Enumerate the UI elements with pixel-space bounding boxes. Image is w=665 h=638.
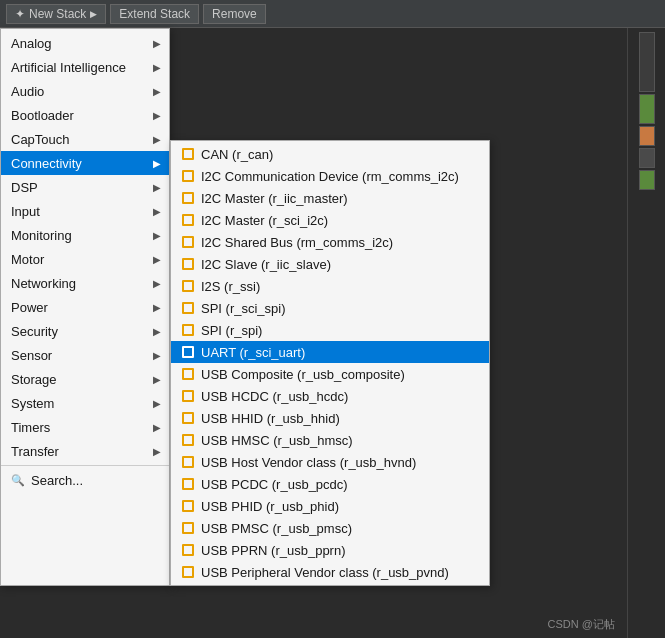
component-icon	[181, 279, 195, 293]
menu-item-networking[interactable]: Networking▶	[1, 271, 169, 295]
menu-item-label-storage: Storage	[11, 372, 57, 387]
submenu-item-label-i2c_shared: I2C Shared Bus (rm_comms_i2c)	[201, 235, 393, 250]
component-icon	[181, 169, 195, 183]
menu-item-label-captouch: CapTouch	[11, 132, 70, 147]
menu-item-label-system: System	[11, 396, 54, 411]
submenu-item-usb_pprn[interactable]: USB PPRN (r_usb_pprn)	[171, 539, 489, 561]
submenu-item-label-usb_pmsc: USB PMSC (r_usb_pmsc)	[201, 521, 352, 536]
menu-item-analog[interactable]: Analog▶	[1, 31, 169, 55]
submenu-item-usb_composite[interactable]: USB Composite (r_usb_composite)	[171, 363, 489, 385]
chevron-right-icon: ▶	[153, 398, 161, 409]
submenu-item-label-i2c_slave: I2C Slave (r_iic_slave)	[201, 257, 331, 272]
right-panel-tab-orange	[639, 126, 655, 146]
chevron-right-icon: ▶	[153, 278, 161, 289]
chevron-right-icon: ▶	[153, 326, 161, 337]
menu-item-label-timers: Timers	[11, 420, 50, 435]
menu-item-monitoring[interactable]: Monitoring▶	[1, 223, 169, 247]
menu-item-ai[interactable]: Artificial Intelligence▶	[1, 55, 169, 79]
menu-item-label-connectivity: Connectivity	[11, 156, 82, 171]
menu-item-label-audio: Audio	[11, 84, 44, 99]
component-icon	[181, 477, 195, 491]
submenu-item-usb_pcdc[interactable]: USB PCDC (r_usb_pcdc)	[171, 473, 489, 495]
submenu-item-label-spi: SPI (r_spi)	[201, 323, 262, 338]
component-icon	[181, 147, 195, 161]
component-icon	[181, 455, 195, 469]
chevron-right-icon: ▶	[153, 446, 161, 457]
submenu-item-usb_phid[interactable]: USB PHID (r_usb_phid)	[171, 495, 489, 517]
component-icon	[181, 235, 195, 249]
component-icon	[181, 367, 195, 381]
chevron-right-icon: ▶	[153, 86, 161, 97]
new-stack-arrow: ▶	[90, 9, 97, 19]
chevron-right-icon: ▶	[153, 134, 161, 145]
menu-item-sensor[interactable]: Sensor▶	[1, 343, 169, 367]
menu-item-captouch[interactable]: CapTouch▶	[1, 127, 169, 151]
menu-item-label-sensor: Sensor	[11, 348, 52, 363]
submenu-item-usb_host_vendor[interactable]: USB Host Vendor class (r_usb_hvnd)	[171, 451, 489, 473]
submenu-item-spi[interactable]: SPI (r_spi)	[171, 319, 489, 341]
right-panel	[627, 28, 665, 638]
menu-item-label-monitoring: Monitoring	[11, 228, 72, 243]
submenu-item-label-i2c_master_sci: I2C Master (r_sci_i2c)	[201, 213, 328, 228]
menu-item-label-power: Power	[11, 300, 48, 315]
submenu-item-i2c_shared[interactable]: I2C Shared Bus (rm_comms_i2c)	[171, 231, 489, 253]
component-icon	[181, 411, 195, 425]
menu-item-dsp[interactable]: DSP▶	[1, 175, 169, 199]
menu-item-label-networking: Networking	[11, 276, 76, 291]
menu-item-timers[interactable]: Timers▶	[1, 415, 169, 439]
right-panel-tab-1	[639, 32, 655, 92]
chevron-right-icon: ▶	[153, 230, 161, 241]
menu-item-bootloader[interactable]: Bootloader▶	[1, 103, 169, 127]
submenu-item-label-usb_hhid: USB HHID (r_usb_hhid)	[201, 411, 340, 426]
menu-item-label-security: Security	[11, 324, 58, 339]
new-stack-button[interactable]: ✦ New Stack ▶	[6, 4, 106, 24]
submenu-item-uart[interactable]: UART (r_sci_uart)	[171, 341, 489, 363]
chevron-right-icon: ▶	[153, 62, 161, 73]
component-icon	[181, 257, 195, 271]
submenu-item-i2c_master_iic[interactable]: I2C Master (r_iic_master)	[171, 187, 489, 209]
search-item[interactable]: 🔍Search...	[1, 468, 169, 492]
menu-item-storage[interactable]: Storage▶	[1, 367, 169, 391]
chevron-right-icon: ▶	[153, 110, 161, 121]
submenu-item-i2s[interactable]: I2S (r_ssi)	[171, 275, 489, 297]
chevron-right-icon: ▶	[153, 302, 161, 313]
menu-item-transfer[interactable]: Transfer▶	[1, 439, 169, 463]
menu-item-security[interactable]: Security▶	[1, 319, 169, 343]
component-icon	[181, 433, 195, 447]
submenu-item-usb_hhid[interactable]: USB HHID (r_usb_hhid)	[171, 407, 489, 429]
extend-stack-button[interactable]: Extend Stack	[110, 4, 199, 24]
submenu-item-usb_hcdc[interactable]: USB HCDC (r_usb_hcdc)	[171, 385, 489, 407]
chevron-right-icon: ▶	[153, 38, 161, 49]
submenu-item-i2c_comm[interactable]: I2C Communication Device (rm_comms_i2c)	[171, 165, 489, 187]
menu-item-system[interactable]: System▶	[1, 391, 169, 415]
menu-item-motor[interactable]: Motor▶	[1, 247, 169, 271]
menu-item-label-ai: Artificial Intelligence	[11, 60, 126, 75]
submenu-item-usb_pmsc[interactable]: USB PMSC (r_usb_pmsc)	[171, 517, 489, 539]
submenu-item-can[interactable]: CAN (r_can)	[171, 143, 489, 165]
remove-button[interactable]: Remove	[203, 4, 266, 24]
menu-separator	[1, 465, 169, 466]
submenu-item-label-spi_sci: SPI (r_sci_spi)	[201, 301, 286, 316]
submenu-item-label-usb_composite: USB Composite (r_usb_composite)	[201, 367, 405, 382]
submenu-item-i2c_slave[interactable]: I2C Slave (r_iic_slave)	[171, 253, 489, 275]
right-panel-tab-green	[639, 94, 655, 124]
submenu-item-label-i2s: I2S (r_ssi)	[201, 279, 260, 294]
component-icon	[181, 499, 195, 513]
submenu-item-spi_sci[interactable]: SPI (r_sci_spi)	[171, 297, 489, 319]
watermark: CSDN @记帖	[548, 617, 615, 632]
component-icon	[181, 191, 195, 205]
menu-item-connectivity[interactable]: Connectivity▶	[1, 151, 169, 175]
submenu-item-i2c_master_sci[interactable]: I2C Master (r_sci_i2c)	[171, 209, 489, 231]
submenu-item-usb_hmsc[interactable]: USB HMSC (r_usb_hmsc)	[171, 429, 489, 451]
submenu-item-usb_peripheral_vendor[interactable]: USB Peripheral Vendor class (r_usb_pvnd)	[171, 561, 489, 583]
submenu-item-label-usb_phid: USB PHID (r_usb_phid)	[201, 499, 339, 514]
menu-item-audio[interactable]: Audio▶	[1, 79, 169, 103]
menu-item-power[interactable]: Power▶	[1, 295, 169, 319]
chevron-right-icon: ▶	[153, 158, 161, 169]
submenu-item-label-can: CAN (r_can)	[201, 147, 273, 162]
menu-item-input[interactable]: Input▶	[1, 199, 169, 223]
chevron-right-icon: ▶	[153, 182, 161, 193]
menu-item-label-input: Input	[11, 204, 40, 219]
chevron-right-icon: ▶	[153, 254, 161, 265]
search-label: Search...	[31, 473, 83, 488]
